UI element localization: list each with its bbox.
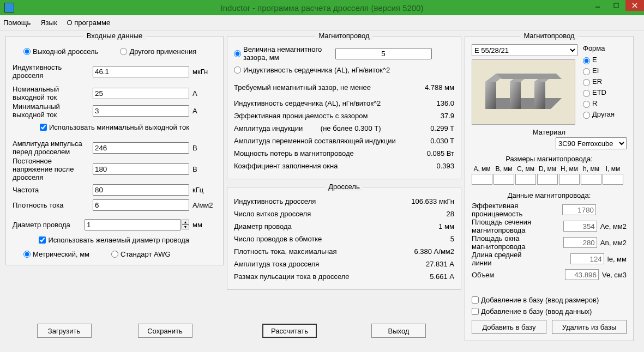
bmax-note: (не более 0.300 T) — [321, 124, 381, 132]
shape-er[interactable]: ER — [583, 77, 602, 86]
radio-awg[interactable]: Стандарт AWG — [111, 250, 171, 258]
svg-rect-7 — [534, 82, 545, 109]
dim-a[interactable] — [472, 174, 492, 185]
svg-marker-4 — [485, 98, 562, 109]
menu-help[interactable]: Помощь — [3, 19, 31, 27]
radio-output-inductor[interactable]: Выходной дроссель — [23, 47, 98, 56]
freq-input[interactable] — [93, 184, 189, 196]
freq-label: Частота — [13, 186, 93, 194]
add-to-db-button[interactable]: Добавить в базу — [472, 320, 546, 334]
ploss-value: 0.085 Вт — [427, 149, 454, 157]
ae-value[interactable] — [563, 221, 597, 232]
material-select[interactable]: 3C90 Ferroxcube — [556, 137, 627, 149]
wdia-label: Диаметр провода — [234, 222, 292, 230]
add-dim-checkbox[interactable]: Добавление в базу (ввод размеров) — [472, 296, 627, 304]
window-buttons — [588, 0, 644, 11]
al-value: 136.0 — [436, 99, 454, 107]
menu-bar: Помощь Язык О программе — [0, 15, 644, 31]
pulse-input[interactable] — [93, 142, 189, 154]
input-panel: Входные данные Выходной дроссель Другого… — [5, 36, 224, 265]
mu-label: Эффективная проницаемость — [472, 202, 537, 218]
dim-i[interactable] — [603, 174, 623, 185]
vdc-input[interactable] — [93, 163, 189, 175]
bmax-value: 0.299 T — [430, 124, 454, 132]
imin-label: Минимальный выходной ток — [13, 102, 93, 119]
inom-label: Номинальный выходной ток — [13, 85, 93, 101]
use-imin-checkbox[interactable]: Использовать минимальный выходной ток — [40, 123, 189, 131]
dim-h-small[interactable] — [581, 174, 601, 185]
an-value[interactable] — [563, 237, 597, 248]
use-dwire-checkbox[interactable]: Использовать желаемый диаметр провода — [39, 236, 189, 244]
del-from-db-button[interactable]: Удалить из базы — [552, 320, 627, 334]
core-calc-panel: Магнитопровод Величина немагнитного зазо… — [227, 36, 461, 179]
load-button[interactable]: Загрузить — [37, 324, 92, 338]
data-title: Данные магнитопровода: — [472, 191, 627, 199]
close-button[interactable] — [625, 0, 644, 11]
shape-ei[interactable]: EI — [583, 66, 599, 75]
calc-button[interactable]: Рассчитать — [262, 324, 317, 338]
material-label: Материал — [472, 128, 627, 136]
pulse-label: Амплитуда импульса перед дросселем — [13, 139, 93, 156]
turns-label: Число витков дросселя — [234, 210, 311, 218]
strands-label: Число проводов в обмотке — [234, 235, 322, 243]
svg-rect-5 — [485, 82, 496, 109]
app-icon — [4, 3, 14, 13]
core-select-panel: Магнитопровод E 55/28/21 — [465, 36, 634, 341]
shape-r[interactable]: R — [583, 99, 597, 107]
core-select-legend: Магнитопровод — [520, 32, 577, 40]
gap-input[interactable] — [335, 48, 432, 59]
j-input[interactable] — [93, 199, 189, 211]
dwire-label: Диаметр провода — [13, 221, 85, 229]
window-title: Inductor - программа расчета дросселя (в… — [221, 3, 424, 13]
mu-eff-value: 37.9 — [441, 112, 454, 120]
jmax-label: Плотность тока, максимальная — [234, 247, 336, 256]
svg-rect-6 — [510, 82, 521, 109]
kfill-value: 0.393 — [436, 162, 454, 170]
kfill-label: Коэффициент заполнения окна — [234, 162, 338, 170]
dim-d[interactable] — [537, 174, 558, 185]
bmax-label: Амплитуда индукции — [234, 124, 303, 132]
ipk-label: Амплитуда тока дросселя — [234, 260, 319, 268]
jmax-value: 6.380 А/мм2 — [414, 247, 454, 256]
dwire-down[interactable]: ▼ — [182, 224, 189, 229]
maximize-button[interactable] — [607, 0, 625, 11]
shape-etd[interactable]: ETD — [583, 88, 606, 96]
shape-e[interactable]: E — [583, 56, 597, 64]
ipk-value: 27.831 А — [426, 260, 454, 268]
inom-input[interactable] — [93, 88, 189, 99]
strands-value: 5 — [450, 235, 454, 243]
save-button[interactable]: Сохранить — [138, 324, 192, 338]
le-label: Длина средней линии — [472, 251, 537, 267]
radio-metric[interactable]: Метрический, мм — [23, 250, 89, 258]
bac-value: 0.030 T — [430, 137, 454, 145]
input-legend: Входные данные — [83, 32, 146, 40]
menu-about[interactable]: О программе — [67, 19, 111, 27]
menu-lang[interactable]: Язык — [40, 19, 57, 27]
ve-value[interactable] — [565, 269, 599, 280]
dwire-up[interactable]: ▲ — [182, 220, 189, 224]
inductance-label: Индуктивность дросселя — [13, 63, 93, 80]
dim-c[interactable] — [515, 174, 536, 185]
imin-input[interactable] — [93, 105, 189, 117]
inductance-input[interactable] — [93, 66, 189, 77]
ve-label: Объем — [472, 271, 537, 279]
radio-other-use[interactable]: Другого применения — [120, 47, 196, 56]
radio-al[interactable]: Индуктивность сердечника (AL), нГн/виток… — [234, 66, 390, 74]
add-data-checkbox[interactable]: Добавление в базу (ввод данных) — [472, 307, 627, 315]
title-bar: Inductor - программа расчета дросселя (в… — [0, 0, 644, 15]
core-select[interactable]: E 55/28/21 — [472, 44, 577, 56]
dim-b[interactable] — [493, 174, 514, 185]
inductor-panel: Дроссель Индуктивность дросселя106.633 м… — [227, 187, 461, 290]
svg-rect-1 — [614, 3, 618, 8]
core-calc-legend: Магнитопровод — [315, 32, 372, 40]
le-value[interactable] — [570, 253, 604, 264]
shape-other[interactable]: Другая — [583, 110, 615, 118]
mu-value[interactable] — [562, 204, 596, 215]
wdia-value: 1 мм — [438, 222, 454, 230]
dim-h-big[interactable] — [559, 174, 580, 185]
exit-button[interactable]: Выход — [371, 324, 426, 338]
radio-gap[interactable]: Величина немагнитного зазора, мм — [234, 45, 335, 62]
bac-label: Амплитуда переменной составляющей индукц… — [234, 137, 396, 145]
dwire-input[interactable] — [85, 219, 181, 230]
minimize-button[interactable] — [588, 0, 607, 11]
